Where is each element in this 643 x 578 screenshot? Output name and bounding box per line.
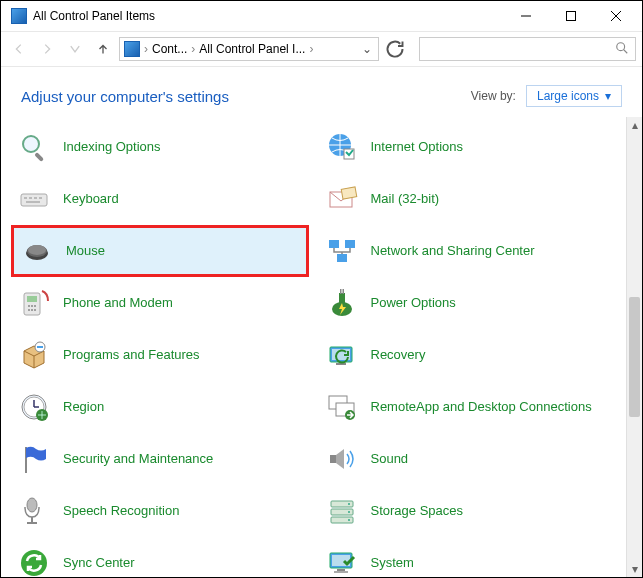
item-power-options[interactable]: Power Options bbox=[319, 277, 617, 329]
svg-rect-64 bbox=[334, 571, 348, 573]
vertical-scrollbar[interactable]: ▴ ▾ bbox=[626, 117, 642, 577]
system-icon bbox=[325, 546, 359, 577]
svg-rect-37 bbox=[37, 346, 43, 348]
svg-point-27 bbox=[31, 305, 33, 307]
maximize-button[interactable] bbox=[548, 1, 593, 31]
item-security-maintenance[interactable]: Security and Maintenance bbox=[11, 433, 309, 485]
power-icon bbox=[325, 286, 359, 320]
item-sync-center[interactable]: Sync Center bbox=[11, 537, 309, 577]
svg-rect-7 bbox=[34, 152, 44, 162]
item-label: Phone and Modem bbox=[63, 295, 173, 311]
mail-icon bbox=[325, 182, 359, 216]
toolbar: › Cont... › All Control Panel I... › ⌄ bbox=[1, 31, 642, 67]
svg-point-58 bbox=[348, 511, 350, 513]
microphone-icon bbox=[17, 494, 51, 528]
svg-point-60 bbox=[21, 550, 47, 576]
chevron-right-icon: › bbox=[309, 42, 313, 56]
item-label: Mouse bbox=[66, 243, 105, 259]
recovery-icon bbox=[325, 338, 359, 372]
item-label: RemoteApp and Desktop Connections bbox=[371, 399, 592, 415]
item-internet-options[interactable]: Internet Options bbox=[319, 121, 617, 173]
refresh-button[interactable] bbox=[383, 37, 407, 61]
chevron-down-icon: ▾ bbox=[605, 89, 611, 103]
svg-point-29 bbox=[28, 309, 30, 311]
item-remoteapp[interactable]: RemoteApp and Desktop Connections bbox=[319, 381, 617, 433]
drives-icon bbox=[325, 494, 359, 528]
close-button[interactable] bbox=[593, 1, 638, 31]
item-sound[interactable]: Sound bbox=[319, 433, 617, 485]
item-phone-modem[interactable]: Phone and Modem bbox=[11, 277, 309, 329]
minimize-button[interactable] bbox=[503, 1, 548, 31]
window-controls bbox=[503, 1, 638, 31]
scroll-up-button[interactable]: ▴ bbox=[627, 117, 642, 133]
svg-point-20 bbox=[28, 245, 46, 255]
recent-dropdown[interactable] bbox=[63, 37, 87, 61]
item-mouse[interactable]: Mouse bbox=[11, 225, 309, 277]
address-dropdown[interactable]: ⌄ bbox=[360, 42, 374, 56]
clock-icon bbox=[17, 390, 51, 424]
svg-rect-14 bbox=[39, 197, 42, 199]
svg-rect-21 bbox=[329, 240, 339, 248]
svg-point-57 bbox=[348, 503, 350, 505]
item-network-sharing[interactable]: Network and Sharing Center bbox=[319, 225, 617, 277]
item-label: Indexing Options bbox=[63, 139, 161, 155]
svg-point-4 bbox=[617, 42, 625, 50]
svg-point-59 bbox=[348, 519, 350, 521]
item-label: Speech Recognition bbox=[63, 503, 179, 519]
item-indexing-options[interactable]: Indexing Options bbox=[11, 121, 309, 173]
view-by: View by: Large icons ▾ bbox=[471, 85, 622, 107]
svg-line-5 bbox=[624, 49, 628, 53]
item-region[interactable]: Region bbox=[11, 381, 309, 433]
view-by-label: View by: bbox=[471, 89, 516, 103]
page-title: Adjust your computer's settings bbox=[21, 88, 229, 105]
search-input[interactable] bbox=[419, 37, 636, 61]
breadcrumb-2[interactable]: All Control Panel I... bbox=[199, 42, 305, 56]
item-label: Security and Maintenance bbox=[63, 451, 213, 467]
view-by-select[interactable]: Large icons ▾ bbox=[526, 85, 622, 107]
item-label: Storage Spaces bbox=[371, 503, 464, 519]
address-bar[interactable]: › Cont... › All Control Panel I... › ⌄ bbox=[119, 37, 379, 61]
item-label: Power Options bbox=[371, 295, 456, 311]
svg-rect-15 bbox=[26, 201, 40, 203]
scroll-thumb[interactable] bbox=[629, 297, 640, 417]
svg-point-6 bbox=[23, 136, 39, 152]
item-label: Keyboard bbox=[63, 191, 119, 207]
back-button[interactable] bbox=[7, 37, 31, 61]
svg-rect-23 bbox=[337, 254, 347, 262]
address-icon bbox=[124, 41, 140, 57]
item-label: Sync Center bbox=[63, 555, 135, 571]
items-grid: Indexing Options Internet Options Keyboa… bbox=[1, 117, 626, 577]
view-by-value: Large icons bbox=[537, 89, 599, 103]
up-button[interactable] bbox=[91, 37, 115, 61]
svg-point-30 bbox=[31, 309, 33, 311]
svg-point-31 bbox=[34, 309, 36, 311]
chevron-right-icon: › bbox=[191, 42, 195, 56]
item-programs-features[interactable]: Programs and Features bbox=[11, 329, 309, 381]
content-header: Adjust your computer's settings View by:… bbox=[1, 67, 642, 117]
item-speech-recognition[interactable]: Speech Recognition bbox=[11, 485, 309, 537]
phone-icon bbox=[17, 286, 51, 320]
svg-rect-1 bbox=[566, 12, 575, 21]
breadcrumb-1[interactable]: Cont... bbox=[152, 42, 187, 56]
svg-rect-12 bbox=[29, 197, 32, 199]
item-label: Internet Options bbox=[371, 139, 464, 155]
svg-rect-34 bbox=[340, 289, 342, 294]
scroll-down-button[interactable]: ▾ bbox=[627, 561, 642, 577]
item-label: Region bbox=[63, 399, 104, 415]
network-icon bbox=[325, 234, 359, 268]
item-recovery[interactable]: Recovery bbox=[319, 329, 617, 381]
svg-point-28 bbox=[34, 305, 36, 307]
mouse-icon bbox=[20, 234, 54, 268]
item-storage-spaces[interactable]: Storage Spaces bbox=[319, 485, 617, 537]
sync-icon bbox=[17, 546, 51, 577]
remote-icon bbox=[325, 390, 359, 424]
magnifier-icon bbox=[17, 130, 51, 164]
item-mail[interactable]: Mail (32-bit) bbox=[319, 173, 617, 225]
item-system[interactable]: System bbox=[319, 537, 617, 577]
search-icon bbox=[615, 41, 629, 58]
item-keyboard[interactable]: Keyboard bbox=[11, 173, 309, 225]
forward-button[interactable] bbox=[35, 37, 59, 61]
svg-rect-22 bbox=[345, 240, 355, 248]
control-panel-window: All Control Panel Items › Cont... › All … bbox=[0, 0, 643, 578]
flag-icon bbox=[17, 442, 51, 476]
